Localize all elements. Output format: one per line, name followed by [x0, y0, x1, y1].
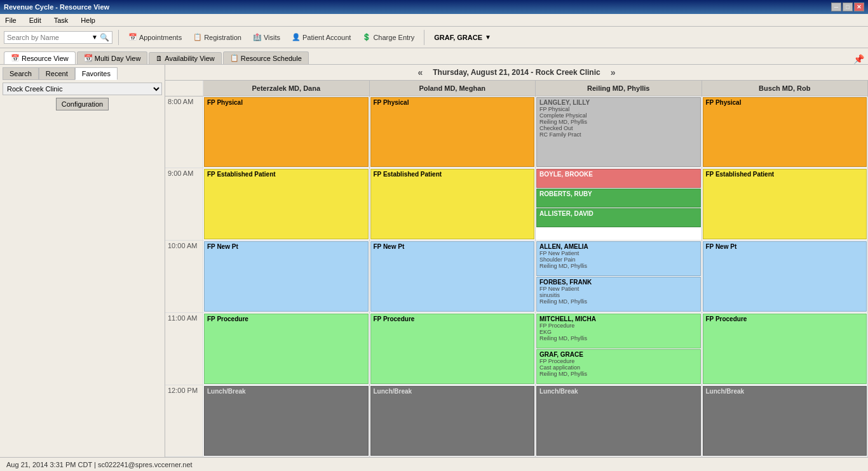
availability-label: Availability View	[165, 55, 214, 62]
appt-rob-11am-procedure[interactable]: FP Procedure	[703, 314, 867, 384]
time-label-12pm: 12:00 PM	[165, 385, 203, 456]
appointments-button[interactable]: 📅 Appointments	[125, 32, 186, 43]
time-label-11am: 11:00 AM	[165, 313, 203, 385]
visits-button[interactable]: 🏥 Visits	[249, 32, 284, 43]
appt-phyllis-mitchell[interactable]: MITCHELL, MICHA FP Procedure EKG Reiling…	[536, 314, 701, 348]
cell-meghan-8am: FP Physical	[370, 96, 536, 168]
next-arrow[interactable]: »	[607, 67, 620, 77]
cell-dana-12pm: Lunch/Break	[203, 385, 370, 456]
menu-task[interactable]: Task	[51, 15, 71, 25]
appt-phyllis-roberts[interactable]: ROBERTS, RUBY	[536, 189, 701, 208]
cell-meghan-9am: FP Established Patient	[370, 168, 536, 239]
search-box: ▼ 🔍	[4, 31, 112, 44]
title-bar: Revenue Cycle - Resource View ─ □ ✕	[0, 0, 868, 14]
cell-rob-12pm: Lunch/Break	[702, 385, 869, 456]
cell-dana-11am: FP Procedure	[203, 313, 370, 385]
appt-meghan-12pm-lunch[interactable]: Lunch/Break	[370, 386, 535, 456]
appt-rob-10am-newpt[interactable]: FP New Pt	[703, 241, 867, 312]
patient-account-button[interactable]: 👤 Patient Account	[288, 32, 355, 43]
charge-entry-button[interactable]: 💲 Charge Entry	[358, 32, 418, 43]
menu-file[interactable]: File	[3, 15, 19, 25]
time-label-10am: 10:00 AM	[165, 241, 203, 312]
menu-bar: File Edit Task Help	[0, 14, 868, 27]
cell-phyllis-11am: MITCHELL, MICHA FP Procedure EKG Reiling…	[536, 313, 702, 385]
user-label: GRAF, GRACE ▼	[430, 32, 495, 43]
cell-dana-8am: FP Physical	[203, 96, 370, 168]
clinic-selector: Rock Creek Clinic	[3, 83, 162, 95]
appt-phyllis-graf[interactable]: GRAF, GRACE FP Procedure Cast applicatio…	[536, 349, 701, 384]
appt-phyllis-8am-langley[interactable]: LANGLEY, LILLY FP Physical Complete Phys…	[536, 97, 701, 167]
charge-entry-label: Charge Entry	[373, 34, 414, 41]
appt-phyllis-boyle[interactable]: BOYLE, BROOKE	[536, 169, 701, 188]
schedule-header: « Thursday, August 21, 2014 - Rock Creek…	[165, 65, 868, 81]
cell-phyllis-8am: LANGLEY, LILLY FP Physical Complete Phys…	[536, 96, 702, 168]
visits-label: Visits	[264, 34, 280, 41]
visits-icon: 🏥	[253, 33, 262, 41]
cell-meghan-11am: FP Procedure	[370, 313, 536, 385]
header-row: Peterzalek MD, Dana Poland MD, Meghan Re…	[165, 81, 868, 96]
time-row-9am: 9:00 AM FP Established Patient FP Establ…	[165, 168, 868, 240]
cell-rob-11am: FP Procedure	[702, 313, 869, 385]
menu-edit[interactable]: Edit	[27, 15, 44, 25]
appt-dana-9am-established[interactable]: FP Established Patient	[204, 169, 369, 239]
time-row-8am: 8:00 AM FP Physical FP Physical	[165, 96, 868, 168]
sidebar-tab-favorites[interactable]: Favorites	[75, 67, 118, 80]
appt-dana-10am-newpt[interactable]: FP New Pt	[204, 241, 369, 312]
close-button[interactable]: ✕	[854, 3, 864, 11]
appt-phyllis-allen[interactable]: ALLEN, AMELIA FP New Patient Shoulder Pa…	[536, 241, 701, 276]
menu-help[interactable]: Help	[78, 15, 98, 25]
tab-availability-view[interactable]: 🗓 Availability View	[149, 52, 221, 64]
appt-phyllis-12pm-lunch[interactable]: Lunch/Break	[536, 386, 701, 456]
tab-multi-day-view[interactable]: 📆 Multi Day View	[77, 51, 148, 64]
appt-dana-8am-fp-physical[interactable]: FP Physical	[204, 97, 369, 167]
doctor-header-3: Busch MD, Rob	[702, 81, 869, 96]
sidebar-tab-recent[interactable]: Recent	[39, 67, 75, 80]
appt-rob-9am-established[interactable]: FP Established Patient	[703, 169, 867, 239]
search-input[interactable]	[7, 34, 90, 41]
status-bar: Aug 21, 2014 3:31 PM CDT | sc022241@spre…	[0, 457, 868, 471]
time-placeholder	[165, 81, 203, 96]
pin-icon[interactable]: 📌	[853, 54, 864, 64]
appointments-icon: 📅	[128, 33, 137, 41]
maximize-button[interactable]: □	[843, 3, 853, 11]
clinic-dropdown[interactable]: Rock Creek Clinic	[3, 83, 161, 95]
cell-phyllis-12pm: Lunch/Break	[536, 385, 702, 456]
availability-icon: 🗓	[156, 55, 163, 62]
cell-rob-8am: FP Physical	[702, 96, 869, 168]
registration-button[interactable]: 📋 Registration	[189, 32, 245, 43]
schedule-grid: Peterzalek MD, Dana Poland MD, Meghan Re…	[165, 81, 868, 457]
toolbar: ▼ 🔍 📅 Appointments 📋 Registration 🏥 Visi…	[0, 27, 868, 48]
appt-dana-12pm-lunch[interactable]: Lunch/Break	[204, 386, 369, 456]
prev-arrow[interactable]: «	[414, 67, 426, 77]
tab-resource-schedule[interactable]: 📋 Resource Schedule	[223, 51, 309, 64]
time-label-8am: 8:00 AM	[165, 96, 203, 168]
appt-rob-12pm-lunch[interactable]: Lunch/Break	[703, 386, 867, 456]
window-title: Revenue Cycle - Resource View	[4, 3, 109, 11]
view-tabs: 📅 Resource View 📆 Multi Day View 🗓 Avail…	[4, 51, 309, 64]
search-icon[interactable]: 🔍	[100, 33, 109, 42]
schedule-area: « Thursday, August 21, 2014 - Rock Creek…	[165, 65, 868, 457]
resource-schedule-label: Resource Schedule	[241, 55, 302, 62]
minimize-button[interactable]: ─	[831, 3, 841, 11]
configuration-button[interactable]: Configuration	[56, 98, 109, 110]
appt-meghan-11am-procedure[interactable]: FP Procedure	[370, 314, 535, 384]
multi-day-icon: 📆	[84, 54, 93, 62]
appt-dana-11am-procedure[interactable]: FP Procedure	[204, 314, 369, 384]
cell-rob-10am: FP New Pt	[702, 241, 869, 312]
user-name: GRAF, GRACE	[434, 34, 482, 41]
tab-resource-view[interactable]: 📅 Resource View	[4, 51, 76, 64]
appt-meghan-8am-fp-physical[interactable]: FP Physical	[370, 97, 535, 167]
cell-phyllis-10am: ALLEN, AMELIA FP New Patient Shoulder Pa…	[536, 241, 702, 312]
appt-phyllis-allister[interactable]: ALLISTER, DAVID	[536, 208, 701, 227]
appt-meghan-10am-newpt[interactable]: FP New Pt	[370, 241, 535, 312]
sidebar-tab-search[interactable]: Search	[3, 67, 39, 80]
user-dropdown-icon[interactable]: ▼	[485, 34, 491, 41]
search-dropdown-icon[interactable]: ▼	[92, 34, 98, 41]
sidebar-tabs: Search Recent Favorites	[3, 67, 162, 80]
time-label-9am: 9:00 AM	[165, 168, 203, 239]
appt-phyllis-forbes[interactable]: FORBES, FRANK FP New Patient sinusitis R…	[536, 277, 701, 312]
appt-rob-8am-fp-physical[interactable]: FP Physical	[703, 97, 867, 167]
appt-meghan-9am-established[interactable]: FP Established Patient	[370, 169, 535, 239]
cell-phyllis-9am: BOYLE, BROOKE ROBERTS, RUBY ALLISTER, DA…	[536, 168, 702, 239]
doctor-header-1: Poland MD, Meghan	[370, 81, 536, 96]
